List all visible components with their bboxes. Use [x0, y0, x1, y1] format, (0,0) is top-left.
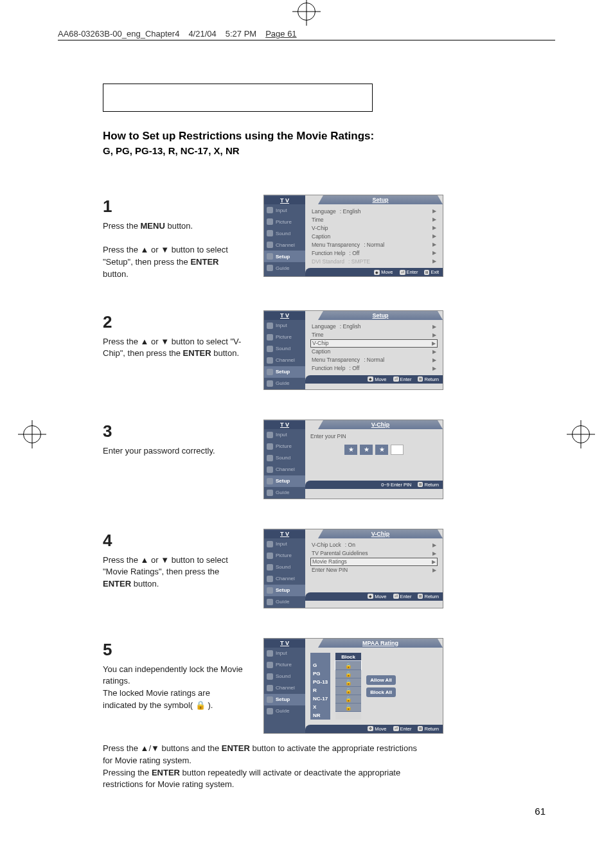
lock-icon: 🔒 [345, 696, 352, 702]
file-name: AA68-03263B-00_eng_Chapter4 [58, 29, 179, 39]
osd-setup-2: T V Setup Input Picture Sound Channel Se… [263, 310, 443, 390]
bottom-paragraphs: Press the ▲/▼ buttons and the ENTER butt… [103, 743, 424, 791]
title-box [103, 84, 373, 112]
lock-icon: 🔒 [345, 704, 352, 711]
osd-row-movie-ratings-selected: Movie Ratings▶ [310, 558, 438, 566]
mpaa-labels: G PG PG-13 R NC-17 X NR [310, 653, 330, 720]
page-number: 61 [535, 806, 546, 817]
step-2-text: 2 Press the ▲ or ▼ button to select "V-C… [103, 310, 244, 360]
step-1: 1 Press the MENU button. Press the ▲ or … [103, 195, 514, 281]
mpaa-block-col: Block 🔒 🔒 🔒 🔒 🔒 🔒 [335, 653, 361, 720]
osd-main: Language: English▶ Time▶ V-Chip▶ Caption… [305, 204, 443, 276]
osd-footer: ◆Move ⏎Enter ⅢExit [305, 268, 443, 276]
page: AA68-03263B-00_eng_Chapter4 4/21/04 5:27… [0, 0, 613, 868]
file-time: 5:27 PM [226, 29, 256, 39]
sub-title: G, PG, PG-13, R, NC-17, X, NR [103, 145, 514, 156]
osd-row-vchip-selected: V-Chip▶ [310, 339, 438, 348]
channel-icon [267, 242, 273, 248]
lock-icon: 🔒 [345, 679, 352, 686]
side-sound: Sound [264, 227, 305, 239]
mpaa-buttons: Allow All Block All [366, 653, 396, 720]
side-guide: Guide [264, 262, 305, 274]
sound-icon [267, 230, 273, 236]
step-number: 5 [103, 638, 244, 662]
osd-pin: T V V-Chip Input Picture Sound Channel S… [263, 420, 443, 499]
step-1-text: 1 Press the MENU button. Press the ▲ or … [103, 195, 244, 281]
crop-mark-right [571, 425, 591, 444]
step-3-text: 3 Enter your password correctly. [103, 420, 244, 457]
crop-mark-left [22, 425, 42, 444]
input-icon [267, 207, 273, 213]
step-5-text: 5 You can independently lock the Movie r… [103, 638, 244, 712]
file-page: Page 61 [265, 29, 296, 39]
content: How to Set up Restrictions using the Mov… [103, 84, 514, 791]
pin-digit: ★ [360, 445, 373, 455]
step-5: 5 You can independently lock the Movie r… [103, 638, 514, 734]
step-4-text: 4 Press the ▲ or ▼ button to select "Mov… [103, 529, 244, 590]
osd-mpaa: T V MPAA Rating Input Picture Sound Chan… [263, 638, 443, 734]
pin-digit: ★ [375, 445, 388, 455]
file-date: 4/21/04 [188, 29, 216, 39]
osd-vchip: T V V-Chip Input Picture Sound Channel S… [263, 529, 443, 608]
pin-entry: ★ ★ ★ [310, 445, 438, 455]
file-header: AA68-03263B-00_eng_Chapter4 4/21/04 5:27… [58, 29, 555, 40]
guide-icon [267, 265, 273, 271]
step-3: 3 Enter your password correctly. T V V-C… [103, 420, 514, 499]
osd-title: Setup [318, 195, 443, 204]
side-input: Input [264, 204, 305, 216]
picture-icon [267, 218, 273, 225]
block-all-button: Block All [366, 687, 396, 697]
allow-all-button: Allow All [366, 675, 396, 685]
mpaa-grid: G PG PG-13 R NC-17 X NR Block 🔒 [310, 650, 438, 722]
lock-icon: 🔒 [345, 671, 352, 677]
osd-sidebar: Input Picture Sound Channel Setup Guide [264, 204, 305, 276]
step-number: 4 [103, 529, 244, 553]
step-4: 4 Press the ▲ or ▼ button to select "Mov… [103, 529, 514, 608]
step-number: 2 [103, 310, 244, 335]
main-title: How to Set up Restrictions using the Mov… [103, 130, 514, 143]
arrow-icon: ▶ [432, 208, 436, 214]
pin-label: Enter your PIN [310, 432, 438, 441]
pin-digit: ★ [344, 445, 357, 455]
setup-icon [267, 253, 273, 260]
osd-setup-1: T V Setup Input Picture Sound Channel Se… [263, 195, 443, 277]
step-2: 2 Press the ▲ or ▼ button to select "V-C… [103, 310, 514, 390]
step-number: 3 [103, 420, 244, 444]
side-picture: Picture [264, 216, 305, 227]
pin-digit-empty [391, 445, 404, 455]
lock-icon: 🔒 [345, 687, 352, 694]
osd-tv-label: T V [264, 195, 305, 204]
step-number: 1 [103, 195, 244, 219]
side-channel: Channel [264, 239, 305, 251]
lock-icon: 🔒 [345, 662, 352, 669]
side-setup: Setup [264, 251, 305, 262]
